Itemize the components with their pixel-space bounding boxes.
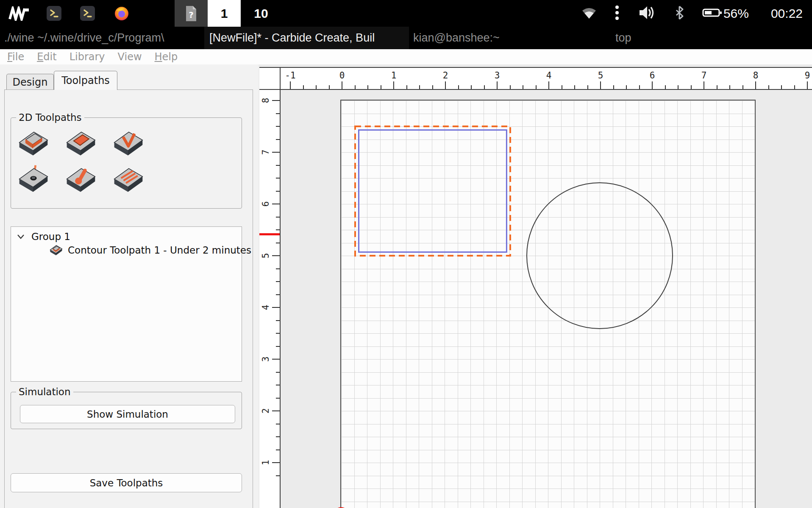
menu-help[interactable]: Help xyxy=(155,51,178,63)
terminal-icon[interactable] xyxy=(79,0,95,27)
tab-toolpaths[interactable]: Toolpaths xyxy=(54,71,117,90)
contour-mini-icon xyxy=(48,243,64,257)
ruler-y-label: 2 xyxy=(261,405,271,416)
tree-group-label: Group 1 xyxy=(31,231,70,242)
vertical-ruler: 87654321 xyxy=(259,90,280,508)
status-bar: ? 1 10 xyxy=(0,0,812,27)
simulation-group: Simulation Show Simulation xyxy=(11,392,242,429)
group-legend: 2D Toolpaths xyxy=(16,112,84,123)
toolpath-tree: Group 1 Contour Toolpath 1 - Under 2 min… xyxy=(11,226,242,382)
pocket-toolpath-button[interactable] xyxy=(64,126,97,160)
ruler-x-label: 7 xyxy=(701,70,707,81)
texture-icon xyxy=(111,163,145,196)
menu-bar: File Edit Library View Help xyxy=(0,49,812,64)
ruler-x-label: 8 xyxy=(753,70,759,81)
menu-view[interactable]: View xyxy=(118,51,142,63)
show-simulation-button[interactable]: Show Simulation xyxy=(20,405,235,423)
file-question-icon: ? xyxy=(184,5,198,22)
ruler-x-label: 6 xyxy=(650,70,655,81)
drill-toolpath-button[interactable] xyxy=(16,163,50,197)
tree-toolpath-row[interactable]: Contour Toolpath 1 - Under 2 minutes xyxy=(48,243,251,257)
ruler-x-label: 4 xyxy=(546,70,552,81)
ruler-x-label: 5 xyxy=(598,70,603,81)
window-title-terminal[interactable]: ./wine ~/.wine/drive_c/Program\ xyxy=(4,27,200,49)
battery-percent: 56% xyxy=(723,6,749,21)
window-title-active[interactable]: [NewFile]* - Carbide Create, Buil xyxy=(204,27,409,49)
unknown-file-tab[interactable]: ? xyxy=(175,0,208,27)
menu-file[interactable]: File xyxy=(7,51,24,63)
ruler-x-label: -1 xyxy=(285,70,295,81)
svg-text:?: ? xyxy=(189,10,194,20)
simulation-legend: Simulation xyxy=(16,386,73,397)
volume-icon[interactable] xyxy=(639,6,656,22)
keyhole-icon xyxy=(64,163,97,196)
ruler-y-label: 6 xyxy=(261,198,271,209)
vcarve-icon xyxy=(111,127,145,160)
app-logo-icon[interactable] xyxy=(7,0,31,27)
chevron-down-icon xyxy=(17,234,25,239)
ruler-corner-divider xyxy=(280,67,281,508)
ruler-x-label: 9 xyxy=(805,70,810,81)
contour-icon xyxy=(16,127,50,160)
ruler-y-label: 7 xyxy=(261,147,271,158)
cursor-position-marker xyxy=(259,233,280,235)
tree-toolpath-label: Contour Toolpath 1 - Under 2 minutes xyxy=(68,245,251,256)
ruler-x-label: 1 xyxy=(391,70,397,81)
ruler-y-label: 1 xyxy=(261,457,271,468)
ruler-y-label: 3 xyxy=(261,354,271,365)
tab-current[interactable]: 1 xyxy=(208,0,241,27)
tab-design[interactable]: Design xyxy=(6,74,54,90)
save-toolpaths-button[interactable]: Save Toolpaths xyxy=(11,473,242,492)
side-panel: Design Toolpaths 2D Toolpaths xyxy=(0,64,259,508)
ruler-y-label: 8 xyxy=(261,95,271,106)
pocket-icon xyxy=(64,127,97,160)
toolpaths-pane: 2D Toolpaths xyxy=(4,89,253,508)
horizontal-ruler: -10123456789 xyxy=(259,67,812,90)
2d-toolpaths-group: 2D Toolpaths xyxy=(11,117,242,209)
stock-area[interactable] xyxy=(340,100,756,508)
ruler-x-label: 2 xyxy=(443,70,448,81)
keyhole-toolpath-button[interactable] xyxy=(64,163,97,197)
battery-icon xyxy=(702,8,723,20)
window-title-shell[interactable]: kian@banshee:~ xyxy=(413,27,515,49)
tab-count[interactable]: 10 xyxy=(248,0,274,27)
ruler-x-label: 3 xyxy=(495,70,500,81)
drill-icon xyxy=(16,163,50,196)
terminal-icon[interactable] xyxy=(46,0,62,27)
window-title-row: ./wine ~/.wine/drive_c/Program\ [NewFile… xyxy=(0,27,812,49)
clock: 00:22 xyxy=(771,6,803,21)
overflow-menu-icon[interactable] xyxy=(615,5,619,22)
design-canvas[interactable]: -10123456789 87654321 xyxy=(259,64,812,508)
texture-toolpath-button[interactable] xyxy=(111,163,145,197)
ruler-x-label: 0 xyxy=(339,70,345,81)
ruler-y-label: 5 xyxy=(261,250,271,261)
window-title-top[interactable]: top xyxy=(615,27,641,49)
ruler-y-label: 4 xyxy=(261,302,271,313)
menu-library[interactable]: Library xyxy=(70,51,105,63)
bluetooth-icon[interactable] xyxy=(674,6,685,22)
vcarve-toolpath-button[interactable] xyxy=(111,126,145,160)
contour-toolpath-button[interactable] xyxy=(16,126,50,160)
menu-edit[interactable]: Edit xyxy=(37,51,56,63)
firefox-icon[interactable] xyxy=(113,0,131,27)
wifi-icon[interactable] xyxy=(581,6,597,21)
tree-group-row[interactable]: Group 1 xyxy=(17,230,70,243)
